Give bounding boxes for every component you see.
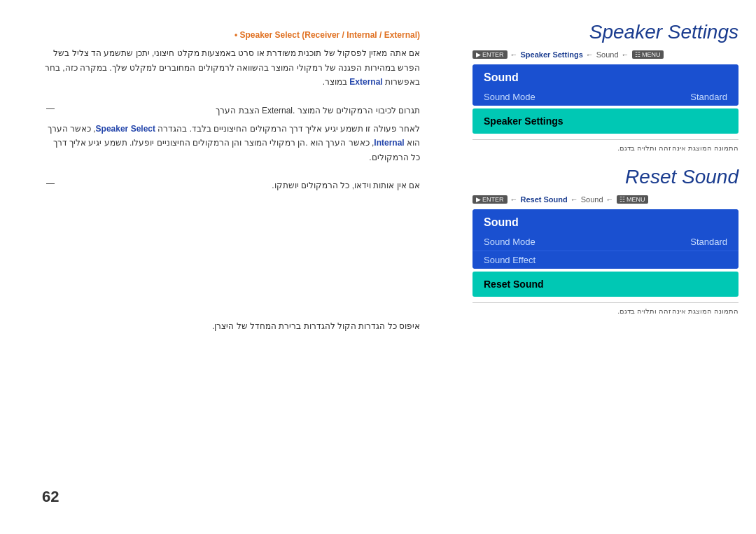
- footnote-2: התמונה המוצגת אינה זהה ותלויה בדגם.: [472, 302, 738, 315]
- highlight-internal: Internal: [374, 138, 404, 148]
- dash-item-1: תגרום לכיבוי הרמקולים של המוצר .External…: [42, 104, 420, 118]
- breadcrumb-speaker-settings: Speaker Settings: [521, 50, 583, 59]
- arrow-5: ←: [570, 195, 578, 204]
- reset-sound-sound-box: Sound Sound Mode Standard Sound Effect: [472, 209, 738, 269]
- speaker-settings-title: Speaker Settings: [472, 21, 738, 43]
- sound-mode-label-2: Sound Mode: [484, 237, 536, 247]
- dash-text-1: תגרום לכיבוי הרמקולים של המוצר .External…: [55, 104, 420, 118]
- speaker-settings-sound-box: Sound Sound Mode Standard: [472, 64, 738, 106]
- arrow-2: ←: [586, 50, 594, 59]
- footnote-1: התמונה המוצגת אינה זהה ותלויה בדגם.: [472, 139, 738, 152]
- sound-menu-header-1: Sound: [472, 64, 738, 88]
- reset-sound-breadcrumb: ▶ ENTER ← Reset Sound ← Sound ← ☷ MENU: [472, 195, 738, 204]
- paragraph-block-2: לאחר פעולה זו תשמע יגיע אליך דרך הרמקולי…: [42, 122, 420, 164]
- sound-menu-header-2: Sound: [472, 209, 738, 233]
- paragraph-2: לאחר פעולה זו תשמע יגיע אליך דרך הרמקולי…: [42, 122, 420, 164]
- sound-effect-label: Sound Effect: [484, 255, 536, 265]
- dash-symbol-2: —: [46, 178, 55, 188]
- paragraph-1: אם אתה מאזין לפסקול של תוכנית משודרת או …: [42, 46, 420, 89]
- highlight-receiver: (Receiver / Internal / External) Speaker…: [234, 30, 420, 40]
- speaker-settings-breadcrumb: ▶ ENTER ← Speaker Settings ← Sound ← ☷ M…: [472, 50, 738, 59]
- arrow-1: ←: [510, 50, 518, 59]
- arrow-6: ←: [606, 195, 614, 204]
- breadcrumb-sound-1: Sound: [596, 50, 619, 59]
- page-number: 62: [42, 488, 59, 506]
- highlight-external-1: External: [349, 77, 382, 87]
- reset-sound-highlighted[interactable]: Reset Sound: [472, 272, 738, 297]
- sound-mode-value-1: Standard: [690, 92, 727, 102]
- speaker-select-intro: (Receiver / Internal / External) Speaker…: [42, 28, 420, 90]
- reset-sound-text: איפוס כל הגדרות הקול להגדרות ברירת המחדל…: [42, 319, 420, 333]
- breadcrumb-reset-sound: Reset Sound: [521, 195, 568, 204]
- highlight-external-2: External: [262, 106, 293, 115]
- sound-mode-item-2: Sound Mode Standard: [472, 233, 738, 251]
- dash-symbol-1: —: [46, 104, 55, 113]
- sound-mode-value-2: Standard: [690, 237, 727, 247]
- reset-sound-title: Reset Sound: [472, 166, 738, 188]
- menu-icon-2: ☷ MENU: [617, 195, 648, 204]
- highlight-speaker-select: Speaker Select: [96, 124, 155, 134]
- dash-text-2: אם אין אותות וידאו, כל הרמקולים יושתקו.: [55, 178, 420, 192]
- sound-mode-item-1: Sound Mode Standard: [472, 88, 738, 106]
- enter-button-2: ▶ ENTER: [472, 195, 507, 204]
- menu-icon-1: ☷ MENU: [632, 50, 664, 59]
- sound-effect-item: Sound Effect: [472, 251, 738, 269]
- speaker-settings-highlighted[interactable]: Speaker Settings: [472, 108, 738, 134]
- sound-mode-label-1: Sound Mode: [484, 92, 536, 102]
- arrow-4: ←: [510, 195, 518, 204]
- right-panel: Speaker Settings ▶ ENTER ← Speaker Setti…: [455, 0, 756, 534]
- left-panel: (Receiver / Internal / External) Speaker…: [0, 0, 455, 534]
- dash-item-2: אם אין אותות וידאו, כל הרמקולים יושתקו. …: [42, 178, 420, 192]
- breadcrumb-sound-2: Sound: [581, 195, 603, 204]
- arrow-3: ←: [622, 50, 629, 59]
- enter-button-1: ▶ ENTER: [472, 50, 507, 59]
